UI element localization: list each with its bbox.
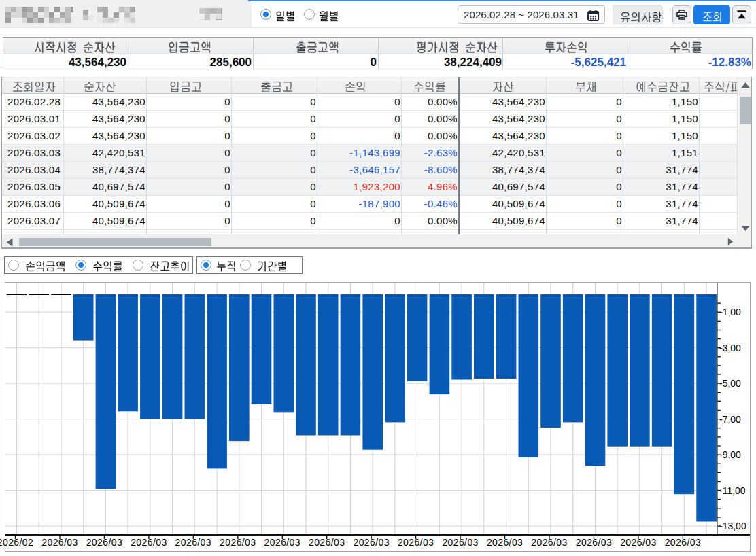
svg-text:-1,00: -1,00 [719, 307, 741, 317]
svg-text:2026/03: 2026/03 [576, 537, 612, 548]
svg-text:2026/03: 2026/03 [487, 537, 523, 548]
svg-text:-13,00: -13,00 [719, 521, 746, 532]
svg-text:2026/03: 2026/03 [353, 537, 389, 548]
svg-text:2026/03: 2026/03 [620, 537, 656, 548]
svg-text:2026/03: 2026/03 [86, 537, 122, 548]
svg-text:2026/03: 2026/03 [442, 537, 478, 548]
svg-text:2026/03: 2026/03 [309, 537, 345, 548]
svg-text:-11,00: -11,00 [719, 485, 746, 496]
svg-text:2026/03: 2026/03 [175, 537, 211, 548]
svg-text:2026/03: 2026/03 [531, 537, 567, 548]
svg-text:-9,00: -9,00 [719, 449, 741, 460]
svg-text:-7,00: -7,00 [719, 414, 741, 425]
svg-text:2026/03: 2026/03 [220, 537, 256, 548]
svg-text:2026/02: 2026/02 [0, 537, 33, 548]
svg-text:-3,00: -3,00 [719, 343, 741, 353]
svg-text:2026/03: 2026/03 [41, 537, 78, 548]
svg-text:-5,00: -5,00 [719, 378, 741, 389]
svg-text:2026/03: 2026/03 [398, 537, 434, 548]
svg-text:2026/03: 2026/03 [665, 537, 701, 548]
svg-text:2026/03: 2026/03 [131, 537, 167, 548]
svg-text:2026/03: 2026/03 [264, 537, 300, 548]
